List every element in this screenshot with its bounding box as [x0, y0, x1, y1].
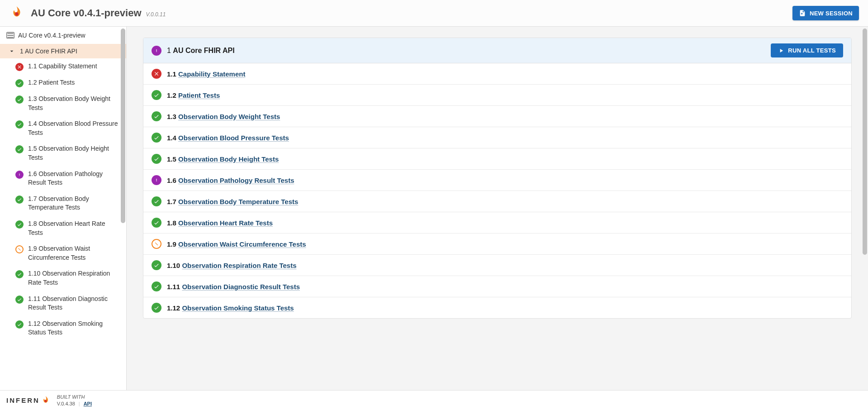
status-success-icon [152, 154, 161, 164]
tree-item[interactable]: 1.9 Observation Waist Circumference Test… [0, 241, 126, 266]
tree-item[interactable]: 1.4 Observation Blood Pressure Tests [0, 116, 126, 141]
tree-root-label: AU Core v0.4.1-preview [18, 32, 85, 39]
status-fail-icon [15, 63, 24, 71]
tree-item[interactable]: 1.8 Observation Heart Rate Tests [0, 216, 126, 241]
status-warn-icon [15, 171, 24, 179]
status-success-icon [15, 195, 24, 204]
tree-group[interactable]: 1 AU Core FHIR API [0, 44, 126, 58]
tree-item[interactable]: 1.12 Observation Smoking Status Tests [0, 316, 126, 341]
status-success-icon [15, 296, 24, 304]
test-row[interactable]: 1.3 Observation Body Weight Tests [143, 106, 851, 127]
test-row-text: 1.11 Observation Diagnostic Result Tests [167, 283, 300, 291]
tree-item-label: 1.8 Observation Heart Rate Tests [28, 219, 120, 237]
footer-brand-text: INFERN [6, 396, 40, 404]
test-row-text: 1.2 Patient Tests [167, 91, 220, 99]
main-area: 1 AU Core FHIR API RUN ALL TESTS 1.1 Cap… [127, 27, 868, 390]
status-fail-icon [152, 69, 161, 79]
test-row-text: 1.3 Observation Body Weight Tests [167, 113, 280, 120]
inferno-logo-icon [41, 396, 51, 405]
tree-item[interactable]: 1.10 Observation Respiration Rate Tests [0, 266, 126, 291]
status-success-icon [15, 270, 24, 278]
footer-logo: INFERN [6, 396, 51, 405]
test-row[interactable]: 1.2 Patient Tests [143, 85, 851, 106]
status-success-icon [152, 303, 161, 313]
main-scrollbar[interactable] [863, 29, 867, 255]
test-row-text: 1.9 Observation Waist Circumference Test… [167, 240, 306, 248]
test-row[interactable]: 1.8 Observation Heart Rate Tests [143, 212, 851, 234]
title-group: AU Core v0.4.1-preview V.0.0.11 [31, 7, 166, 19]
play-icon [778, 48, 784, 54]
list-icon [6, 31, 14, 39]
status-success-icon [15, 95, 24, 104]
tree-item[interactable]: 1.11 Observation Diagnostic Result Tests [0, 291, 126, 316]
footer: INFERN BUILT WITH V.0.4.38 | API [0, 390, 868, 410]
chevron-down-icon [8, 48, 15, 55]
status-success-icon [15, 120, 24, 129]
svg-rect-2 [18, 248, 21, 251]
test-panel: 1 AU Core FHIR API RUN ALL TESTS 1.1 Cap… [143, 38, 852, 319]
run-all-tests-button[interactable]: RUN ALL TESTS [771, 43, 843, 57]
footer-version: V.0.4.38 [57, 400, 75, 407]
status-warn-icon [152, 46, 161, 56]
tree-item[interactable]: 1.6 Observation Pathology Result Tests [0, 166, 126, 191]
tree-group-label: 1 AU Core FHIR API [20, 48, 77, 55]
status-success-icon [15, 145, 24, 153]
status-success-icon [152, 196, 161, 206]
tree-item[interactable]: 1.5 Observation Body Height Tests [0, 141, 126, 166]
tree-item-label: 1.5 Observation Body Height Tests [28, 144, 120, 162]
test-row[interactable]: 1.9 Observation Waist Circumference Test… [143, 234, 851, 255]
panel-title: 1 AU Core FHIR API [167, 47, 235, 55]
test-row-text: 1.10 Observation Respiration Rate Tests [167, 262, 297, 269]
test-row[interactable]: 1.11 Observation Diagnostic Result Tests [143, 276, 851, 297]
status-skip-icon [15, 245, 24, 253]
tree-item[interactable]: 1.1 Capability Statement [0, 58, 126, 75]
test-row[interactable]: 1.6 Observation Pathology Result Tests [143, 170, 851, 191]
sidebar-scrollbar[interactable] [121, 29, 125, 223]
tree-item-label: 1.4 Observation Blood Pressure Tests [28, 119, 120, 137]
footer-built-with: BUILT WITH [57, 394, 92, 400]
new-session-button[interactable]: NEW SESSION [792, 6, 859, 20]
test-row-text: 1.1 Capability Statement [167, 70, 245, 78]
test-row[interactable]: 1.7 Observation Body Temperature Tests [143, 191, 851, 212]
tree-item[interactable]: 1.3 Observation Body Weight Tests [0, 91, 126, 116]
header-left: AU Core v0.4.1-preview V.0.0.11 [9, 5, 166, 21]
status-warn-icon [152, 175, 161, 185]
test-row-text: 1.5 Observation Body Height Tests [167, 155, 279, 163]
tree-root[interactable]: AU Core v0.4.1-preview [0, 27, 126, 44]
tree-item[interactable]: 1.7 Observation Body Temperature Tests [0, 191, 126, 216]
status-success-icon [15, 79, 24, 87]
status-success-icon [152, 111, 161, 121]
app-title: AU Core v0.4.1-preview [31, 7, 142, 19]
status-success-icon [152, 260, 161, 270]
status-skip-icon [152, 239, 161, 249]
test-row-text: 1.4 Observation Blood Pressure Tests [167, 134, 289, 142]
test-row-text: 1.12 Observation Smoking Status Tests [167, 304, 294, 312]
tree-item-label: 1.7 Observation Body Temperature Tests [28, 195, 120, 212]
tree-item-label: 1.6 Observation Pathology Result Tests [28, 170, 120, 187]
run-button-label: RUN ALL TESTS [788, 47, 836, 54]
footer-api-link[interactable]: API [84, 400, 92, 407]
svg-point-0 [15, 12, 19, 16]
test-row[interactable]: 1.10 Observation Respiration Rate Tests [143, 255, 851, 276]
tree-item-label: 1.11 Observation Diagnostic Result Tests [28, 295, 120, 312]
tree-item-label: 1.2 Patient Tests [28, 78, 75, 87]
panel-header: 1 AU Core FHIR API RUN ALL TESTS [143, 38, 851, 63]
test-row[interactable]: 1.1 Capability Statement [143, 63, 851, 85]
tree-item-label: 1.9 Observation Waist Circumference Test… [28, 244, 120, 262]
app-version: V.0.0.11 [146, 11, 166, 18]
status-success-icon [152, 218, 161, 228]
tree-item-label: 1.1 Capability Statement [28, 62, 97, 71]
app-header: AU Core v0.4.1-preview V.0.0.11 NEW SESS… [0, 0, 868, 27]
svg-rect-3 [155, 243, 158, 246]
status-success-icon [152, 133, 161, 143]
footer-info: BUILT WITH V.0.4.38 | API [57, 394, 92, 407]
test-row-text: 1.7 Observation Body Temperature Tests [167, 198, 298, 205]
test-row[interactable]: 1.12 Observation Smoking Status Tests [143, 297, 851, 318]
svg-point-4 [44, 400, 47, 402]
status-success-icon [15, 220, 24, 229]
tree-item[interactable]: 1.2 Patient Tests [0, 75, 126, 91]
status-success-icon [15, 320, 24, 329]
test-row[interactable]: 1.4 Observation Blood Pressure Tests [143, 127, 851, 148]
test-row-text: 1.6 Observation Pathology Result Tests [167, 176, 294, 184]
test-row[interactable]: 1.5 Observation Body Height Tests [143, 148, 851, 170]
